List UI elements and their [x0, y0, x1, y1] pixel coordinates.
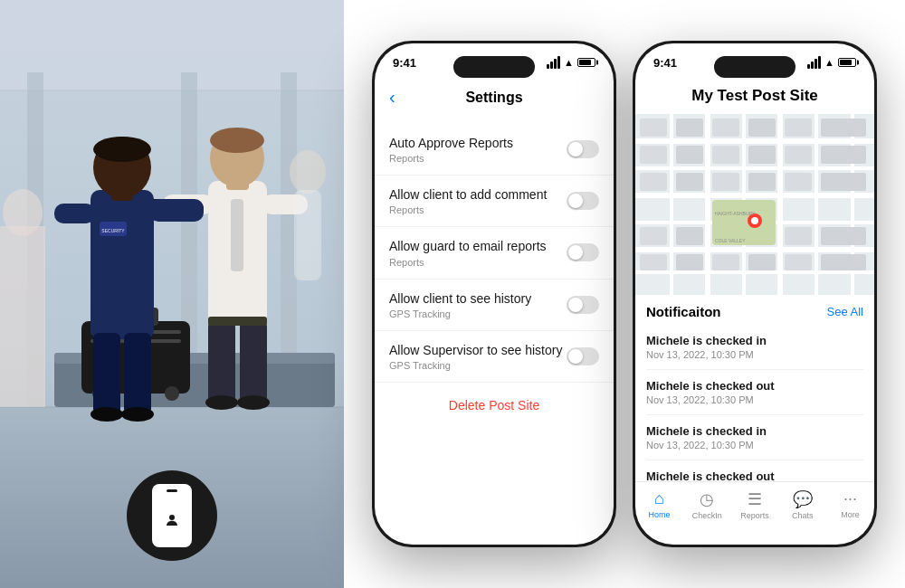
bottom-navigation: ⌂ Home ◷ CheckIn ☰ Reports 💬: [635, 481, 874, 545]
main-scene: SECURITY: [0, 0, 905, 588]
nav-chats[interactable]: 💬 Chats: [778, 489, 826, 520]
post-site-title: My Test Post Site: [650, 87, 860, 105]
svg-rect-37: [111, 188, 133, 201]
toggle-client-history[interactable]: [567, 296, 599, 314]
settings-item-title: Allow Supervisor to see history: [389, 342, 567, 358]
toggle-supervisor-history[interactable]: [567, 347, 599, 365]
time-1: 9:41: [393, 56, 416, 70]
svg-rect-88: [748, 254, 776, 270]
settings-item: Allow client to add comment Reports: [375, 175, 614, 227]
phones-container: 9:41 ▲: [344, 41, 905, 547]
settings-screen: ‹ Settings Auto Approve Reports Reports: [375, 83, 614, 545]
photo-area: SECURITY: [0, 0, 344, 588]
settings-item-guard-email: Allow guard to email reports Reports: [375, 227, 614, 279]
svg-rect-77: [712, 173, 739, 191]
nav-reports-label: Reports: [740, 511, 769, 520]
settings-item-subtitle: Reports: [389, 153, 567, 164]
chats-icon: 💬: [793, 489, 813, 509]
status-icons-2: ▲: [807, 56, 856, 69]
back-button[interactable]: ‹: [389, 87, 411, 108]
svg-rect-79: [785, 173, 812, 191]
svg-rect-89: [785, 254, 812, 270]
svg-point-26: [205, 395, 238, 410]
settings-item: Allow client to see history GPS Tracking: [375, 280, 614, 331]
svg-point-47: [3, 189, 43, 236]
svg-rect-80: [821, 173, 866, 191]
svg-point-27: [237, 395, 270, 410]
battery-icon: [577, 58, 595, 67]
svg-rect-85: [640, 254, 667, 270]
map-svg: HAIGHT-ASHBURY COLE VALLEY: [635, 114, 874, 295]
reports-icon: ☰: [748, 489, 762, 509]
svg-rect-84: [821, 227, 866, 245]
settings-phone-screen: 9:41 ▲: [375, 43, 614, 545]
notification-main: Michele is checked out: [646, 379, 863, 393]
settings-item-subtitle: Reports: [389, 204, 567, 215]
notification-main: Michele is checked in: [646, 424, 863, 438]
notification-item: Michele is checked in Nov 13, 2022, 10:3…: [646, 325, 863, 370]
settings-item-title: Allow guard to email reports: [389, 238, 567, 254]
svg-rect-41: [124, 333, 151, 414]
more-icon: ···: [843, 489, 857, 508]
notification-time: Nov 13, 2022, 10:30 PM: [646, 349, 863, 360]
map-area[interactable]: HAIGHT-ASHBURY COLE VALLEY: [635, 114, 874, 295]
signal-icon: [547, 56, 560, 69]
svg-rect-90: [821, 254, 866, 270]
svg-rect-68: [821, 119, 866, 137]
see-all-button[interactable]: See All: [827, 305, 863, 318]
svg-rect-65: [712, 119, 739, 137]
svg-point-17: [165, 386, 179, 401]
svg-rect-67: [785, 119, 812, 137]
nav-checkin[interactable]: ◷ CheckIn: [683, 489, 731, 520]
svg-rect-78: [748, 173, 776, 191]
svg-point-42: [90, 407, 123, 422]
notifications-section: Notificaiton See All Michele is checked …: [635, 295, 874, 481]
svg-rect-74: [821, 146, 866, 164]
settings-item-subtitle: Reports: [389, 257, 567, 268]
nav-more-label: More: [841, 510, 860, 519]
nav-reports[interactable]: ☰ Reports: [731, 489, 779, 520]
notification-time: Nov 13, 2022, 10:30 PM: [646, 394, 863, 405]
settings-title: Settings: [465, 90, 522, 106]
toggle-auto-approve[interactable]: [567, 140, 599, 158]
post-site-header: My Test Post Site: [635, 83, 874, 114]
notification-header: Notificaiton See All: [646, 295, 863, 325]
nav-home-label: Home: [648, 510, 670, 519]
nav-more[interactable]: ··· More: [826, 489, 874, 519]
toggle-client-comment[interactable]: [567, 192, 599, 210]
notification-item: Michele is checked in Nov 13, 2022, 10:3…: [646, 415, 863, 460]
notification-main: Michele is checked in: [646, 334, 863, 347]
nav-chats-label: Chats: [792, 511, 814, 520]
notification-item: Michele is checked out Nov 13, 2022, 10:…: [646, 370, 863, 415]
svg-rect-46: [0, 226, 45, 407]
settings-item: Allow Supervisor to see history GPS Trac…: [375, 331, 614, 383]
toggle-guard-email[interactable]: [567, 243, 599, 261]
notification-time: Nov 13, 2022, 10:30 PM: [646, 440, 863, 450]
svg-rect-72: [748, 146, 776, 164]
wifi-icon: ▲: [564, 57, 574, 68]
svg-rect-29: [231, 199, 243, 271]
delete-post-site-button[interactable]: Delete Post Site: [375, 383, 614, 428]
wifi-icon-2: ▲: [824, 57, 834, 68]
notification-title: Notificaiton: [646, 304, 721, 319]
svg-rect-71: [712, 146, 739, 164]
svg-rect-23: [226, 176, 249, 190]
svg-rect-70: [676, 146, 703, 164]
settings-item: Auto Approve Reports Reports: [375, 124, 614, 175]
svg-point-36: [93, 137, 151, 162]
time-2: 9:41: [653, 56, 677, 70]
post-site-phone: 9:41 ▲: [633, 41, 877, 547]
svg-rect-63: [640, 119, 667, 137]
svg-point-92: [751, 217, 758, 224]
svg-rect-64: [676, 119, 703, 137]
settings-item-subtitle: GPS Tracking: [389, 308, 567, 319]
notification-main: Michele is checked out: [646, 469, 863, 481]
person-icon: [164, 512, 180, 528]
delete-label[interactable]: Delete Post Site: [449, 398, 539, 413]
post-phone-screen: 9:41 ▲: [635, 43, 874, 545]
svg-rect-83: [785, 227, 812, 245]
settings-item-subtitle: GPS Tracking: [389, 360, 567, 371]
nav-home[interactable]: ⌂ Home: [635, 489, 683, 519]
post-site-screen: My Test Post Site: [635, 83, 874, 545]
svg-rect-82: [676, 227, 703, 245]
